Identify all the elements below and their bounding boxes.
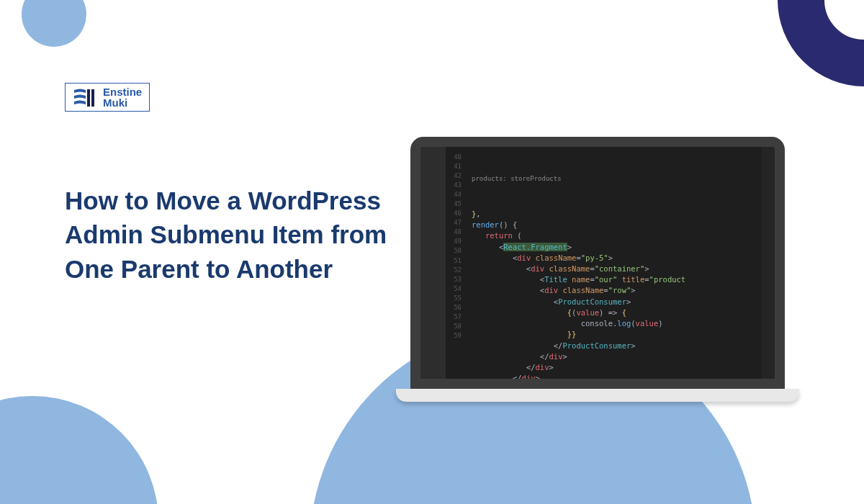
logo-mark-icon bbox=[73, 86, 97, 108]
laptop-base bbox=[396, 389, 799, 402]
line-numbers-gutter: 40 41 42 43 44 45 46 47 48 49 50 51 52 5… bbox=[446, 147, 466, 379]
logo-line2: Muki bbox=[103, 97, 142, 108]
editor-minimap bbox=[762, 147, 775, 379]
laptop-mockup: 40 41 42 43 44 45 46 47 48 49 50 51 52 5… bbox=[396, 137, 799, 402]
editor-breadcrumb: products: storeProducts bbox=[472, 174, 775, 186]
decorative-ring-top-right bbox=[778, 0, 864, 86]
logo-text: Enstine Muki bbox=[103, 86, 142, 108]
page-title: How to Move a WordPress Admin Submenu It… bbox=[65, 184, 403, 286]
decorative-circle-bottom-left bbox=[0, 396, 158, 504]
logo: Enstine Muki bbox=[65, 83, 150, 112]
laptop-screen: 40 41 42 43 44 45 46 47 48 49 50 51 52 5… bbox=[410, 137, 785, 389]
code-editor: 40 41 42 43 44 45 46 47 48 49 50 51 52 5… bbox=[420, 147, 775, 379]
decorative-circle-top-left bbox=[22, 0, 86, 47]
code-content: products: storeProducts },render() { ret… bbox=[466, 147, 775, 379]
logo-line1: Enstine bbox=[103, 86, 142, 97]
editor-activity-bar bbox=[420, 147, 446, 379]
